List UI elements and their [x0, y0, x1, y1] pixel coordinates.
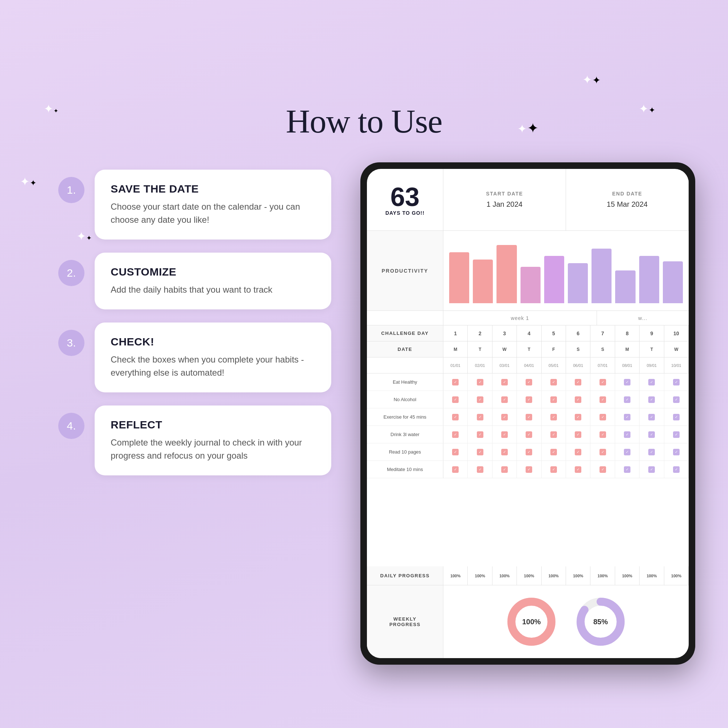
check-cell[interactable]: ✓: [468, 461, 492, 478]
checkbox[interactable]: ✓: [477, 396, 483, 403]
check-cell[interactable]: ✓: [615, 444, 639, 460]
check-cell[interactable]: ✓: [541, 444, 566, 460]
checkbox[interactable]: ✓: [477, 466, 483, 473]
checkbox[interactable]: ✓: [624, 466, 630, 473]
check-cell[interactable]: ✓: [444, 391, 468, 408]
check-cell[interactable]: ✓: [664, 444, 689, 460]
checkbox[interactable]: ✓: [452, 431, 459, 438]
check-cell[interactable]: ✓: [639, 461, 664, 478]
check-cell[interactable]: ✓: [444, 373, 468, 391]
check-cell[interactable]: ✓: [492, 373, 517, 391]
check-cell[interactable]: ✓: [444, 461, 468, 478]
checkbox[interactable]: ✓: [673, 379, 680, 385]
checkbox[interactable]: ✓: [526, 431, 532, 438]
checkbox[interactable]: ✓: [575, 414, 581, 421]
checkbox[interactable]: ✓: [624, 396, 630, 403]
checkbox[interactable]: ✓: [600, 449, 606, 455]
check-cell[interactable]: ✓: [590, 426, 615, 443]
checkbox[interactable]: ✓: [477, 449, 483, 455]
check-cell[interactable]: ✓: [444, 444, 468, 460]
check-cell[interactable]: ✓: [468, 426, 492, 443]
check-cell[interactable]: ✓: [541, 426, 566, 443]
checkbox[interactable]: ✓: [551, 449, 557, 455]
check-cell[interactable]: ✓: [615, 373, 639, 391]
checkbox[interactable]: ✓: [600, 414, 606, 421]
checkbox[interactable]: ✓: [600, 379, 606, 385]
check-cell[interactable]: ✓: [566, 408, 590, 425]
check-cell[interactable]: ✓: [639, 426, 664, 443]
checkbox[interactable]: ✓: [452, 414, 459, 421]
check-cell[interactable]: ✓: [517, 461, 541, 478]
check-cell[interactable]: ✓: [492, 444, 517, 460]
checkbox[interactable]: ✓: [452, 449, 459, 455]
check-cell[interactable]: ✓: [639, 444, 664, 460]
check-cell[interactable]: ✓: [517, 391, 541, 408]
checkbox[interactable]: ✓: [526, 449, 532, 455]
check-cell[interactable]: ✓: [590, 444, 615, 460]
checkbox[interactable]: ✓: [501, 414, 508, 421]
checkbox[interactable]: ✓: [624, 414, 630, 421]
checkbox[interactable]: ✓: [624, 431, 630, 438]
check-cell[interactable]: ✓: [444, 426, 468, 443]
checkbox[interactable]: ✓: [600, 466, 606, 473]
checkbox[interactable]: ✓: [575, 466, 581, 473]
check-cell[interactable]: ✓: [590, 408, 615, 425]
checkbox[interactable]: ✓: [648, 449, 655, 455]
check-cell[interactable]: ✓: [566, 444, 590, 460]
checkbox[interactable]: ✓: [551, 379, 557, 385]
checkbox[interactable]: ✓: [526, 414, 532, 421]
checkbox[interactable]: ✓: [600, 396, 606, 403]
check-cell[interactable]: ✓: [590, 461, 615, 478]
checkbox[interactable]: ✓: [575, 379, 581, 385]
check-cell[interactable]: ✓: [541, 391, 566, 408]
check-cell[interactable]: ✓: [541, 461, 566, 478]
check-cell[interactable]: ✓: [517, 373, 541, 391]
check-cell[interactable]: ✓: [492, 408, 517, 425]
check-cell[interactable]: ✓: [615, 391, 639, 408]
checkbox[interactable]: ✓: [551, 414, 557, 421]
check-cell[interactable]: ✓: [615, 426, 639, 443]
check-cell[interactable]: ✓: [590, 391, 615, 408]
check-cell[interactable]: ✓: [615, 408, 639, 425]
checkbox[interactable]: ✓: [575, 431, 581, 438]
checkbox[interactable]: ✓: [452, 396, 459, 403]
check-cell[interactable]: ✓: [664, 461, 689, 478]
checkbox[interactable]: ✓: [648, 466, 655, 473]
checkbox[interactable]: ✓: [648, 431, 655, 438]
check-cell[interactable]: ✓: [664, 426, 689, 443]
check-cell[interactable]: ✓: [541, 408, 566, 425]
checkbox[interactable]: ✓: [648, 414, 655, 421]
check-cell[interactable]: ✓: [517, 444, 541, 460]
checkbox[interactable]: ✓: [551, 396, 557, 403]
checkbox[interactable]: ✓: [501, 431, 508, 438]
check-cell[interactable]: ✓: [566, 426, 590, 443]
check-cell[interactable]: ✓: [541, 373, 566, 391]
check-cell[interactable]: ✓: [492, 426, 517, 443]
checkbox[interactable]: ✓: [551, 466, 557, 473]
checkbox[interactable]: ✓: [477, 379, 483, 385]
checkbox[interactable]: ✓: [477, 431, 483, 438]
check-cell[interactable]: ✓: [517, 426, 541, 443]
check-cell[interactable]: ✓: [664, 408, 689, 425]
checkbox[interactable]: ✓: [673, 466, 680, 473]
checkbox[interactable]: ✓: [648, 396, 655, 403]
checkbox[interactable]: ✓: [624, 379, 630, 385]
checkbox[interactable]: ✓: [575, 449, 581, 455]
checkbox[interactable]: ✓: [452, 466, 459, 473]
check-cell[interactable]: ✓: [639, 373, 664, 391]
check-cell[interactable]: ✓: [444, 408, 468, 425]
check-cell[interactable]: ✓: [590, 373, 615, 391]
checkbox[interactable]: ✓: [501, 396, 508, 403]
check-cell[interactable]: ✓: [468, 444, 492, 460]
check-cell[interactable]: ✓: [566, 461, 590, 478]
check-cell[interactable]: ✓: [615, 461, 639, 478]
check-cell[interactable]: ✓: [639, 408, 664, 425]
check-cell[interactable]: ✓: [664, 373, 689, 391]
checkbox[interactable]: ✓: [600, 431, 606, 438]
checkbox[interactable]: ✓: [526, 466, 532, 473]
check-cell[interactable]: ✓: [492, 391, 517, 408]
checkbox[interactable]: ✓: [673, 431, 680, 438]
checkbox[interactable]: ✓: [526, 396, 532, 403]
check-cell[interactable]: ✓: [664, 391, 689, 408]
checkbox[interactable]: ✓: [551, 431, 557, 438]
